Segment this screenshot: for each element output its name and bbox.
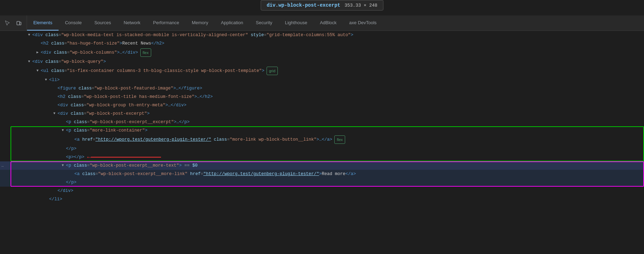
code-line-3[interactable]: ▶ <div class="wp-block-columns">…</div> … xyxy=(0,48,644,58)
ellipsis-indicator: … xyxy=(1,162,4,169)
elements-panel: ▼ <div class="wp-block-media-text is-sta… xyxy=(0,31,644,203)
green-box-section: ▼ <p class="more-link-container"> ▶ <a h… xyxy=(0,126,644,161)
code-line-20[interactable]: ▶ </li> xyxy=(0,195,644,203)
triangle-icon: ▼ xyxy=(28,32,32,39)
triangle-icon: ▼ xyxy=(62,162,66,169)
cursor-icon[interactable] xyxy=(3,18,13,28)
tooltip-dimensions: 353.33 × 248 xyxy=(344,3,377,8)
tooltip-element-name: div.wp-block-post-excerpt xyxy=(267,2,340,8)
code-line-2[interactable]: ▶ <h2 class="has-huge-font-size">Recent … xyxy=(0,39,644,48)
tab-axe-devtools[interactable]: axe DevTools xyxy=(343,15,383,31)
device-toolbar-icon[interactable] xyxy=(14,18,24,28)
code-line-17[interactable]: ▶ <a class="wp-block-post-excerpt__more-… xyxy=(0,170,644,178)
triangle-icon: ▶ xyxy=(36,49,41,56)
grid-badge[interactable]: grid xyxy=(267,67,278,75)
code-line-11[interactable]: ▶ <p class="wp-block-post-excerpt__excer… xyxy=(0,118,644,126)
tab-network[interactable]: Network xyxy=(118,15,147,31)
tabs-container: Elements Console Sources Network Perform… xyxy=(27,15,644,31)
tab-memory[interactable]: Memory xyxy=(186,15,215,31)
code-line-8[interactable]: ▶ <h2 class="wp-block-post-title has-med… xyxy=(0,93,644,101)
code-line-4[interactable]: ▼ <div class="wp-block-query"> xyxy=(0,58,644,66)
triangle-icon: ▼ xyxy=(53,110,58,117)
tab-application[interactable]: Application xyxy=(215,15,250,31)
code-line-12[interactable]: ▼ <p class="more-link-container"> xyxy=(0,126,644,135)
code-line-1[interactable]: ▼ <div class="wp-block-media-text is-sta… xyxy=(0,31,644,39)
flex-badge[interactable]: flex xyxy=(140,48,151,57)
code-line-6[interactable]: ▼ <li> xyxy=(0,76,644,84)
code-line-13[interactable]: ▶ <a href="http://wporg.test/gutenberg-p… xyxy=(0,135,644,145)
tab-lighthouse[interactable]: Lighthouse xyxy=(279,15,314,31)
code-line-18[interactable]: ▶ </p> xyxy=(0,178,644,187)
code-line-15[interactable]: ▶ <p></p> ← xyxy=(0,153,644,161)
triangle-icon: ▼ xyxy=(62,127,66,134)
svg-rect-0 xyxy=(17,21,20,25)
toolbar-icons xyxy=(0,15,27,31)
tab-adblock[interactable]: AdBlock xyxy=(314,15,343,31)
element-tooltip: div.wp-block-post-excerpt 353.33 × 248 xyxy=(261,0,383,11)
red-arrow-icon: ← xyxy=(87,154,91,161)
flex-badge-2[interactable]: flex xyxy=(334,135,345,144)
tab-sources[interactable]: Sources xyxy=(88,15,118,31)
code-line-9[interactable]: ▶ <div class="wp-block-group th-entry-me… xyxy=(0,101,644,109)
code-line-5[interactable]: ▼ <ul class="is-flex-container columns-3… xyxy=(0,66,644,76)
triangle-icon: ▼ xyxy=(36,67,41,74)
code-line-19[interactable]: ▶ </div> xyxy=(0,187,644,195)
code-line-16[interactable]: … ▼ <p class="wp-block-post-excerpt__mor… xyxy=(0,161,644,170)
code-line-7[interactable]: ▶ <figure class="wp-block-post-featured-… xyxy=(0,84,644,93)
red-underline-line xyxy=(91,157,161,158)
triangle-icon: ▼ xyxy=(28,58,32,65)
pink-box-section: … ▼ <p class="wp-block-post-excerpt__mor… xyxy=(0,161,644,187)
tab-performance[interactable]: Performance xyxy=(147,15,185,31)
code-line-10[interactable]: ▼ <div class="wp-block-post-excerpt"> xyxy=(0,109,644,118)
tab-console[interactable]: Console xyxy=(59,15,88,31)
tab-elements[interactable]: Elements xyxy=(27,15,59,31)
code-line-14[interactable]: ▶ </p> xyxy=(0,145,644,153)
svg-rect-1 xyxy=(20,22,21,25)
devtools-toolbar: Elements Console Sources Network Perform… xyxy=(0,15,644,31)
tab-security[interactable]: Security xyxy=(249,15,279,31)
triangle-icon: ▼ xyxy=(45,76,49,83)
